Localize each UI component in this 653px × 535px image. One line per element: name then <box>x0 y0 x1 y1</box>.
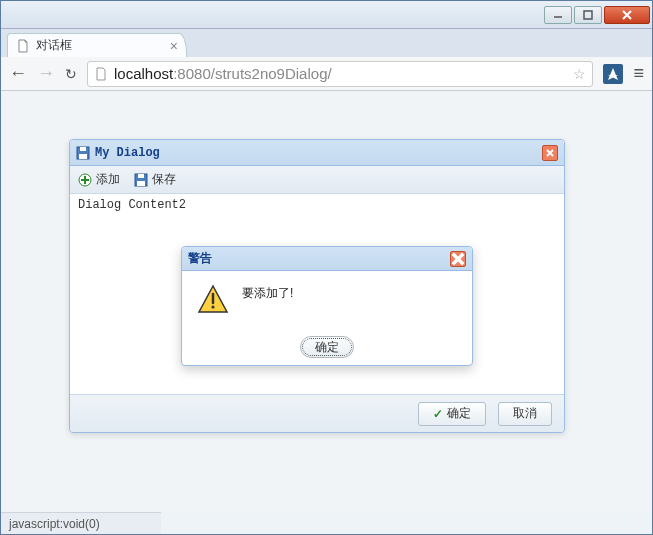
page-content: My Dialog 添加 保存 Dialog Content2 ✓ <box>1 91 652 512</box>
save-label: 保存 <box>152 171 176 188</box>
dialog-content-text: Dialog Content2 <box>78 198 186 212</box>
save-icon <box>76 146 90 160</box>
page-icon <box>94 67 108 81</box>
window-titlebar <box>1 1 652 29</box>
alert-dialog: 警告 要添加了! 确定 <box>181 246 473 366</box>
save-button[interactable]: 保存 <box>134 171 176 188</box>
address-bar[interactable]: localhost:8080/struts2no9Dialog/ ☆ <box>87 61 593 87</box>
extension-icon[interactable] <box>603 64 623 84</box>
browser-toolbar: ← → ↻ localhost:8080/struts2no9Dialog/ ☆… <box>1 57 652 91</box>
window-close-button[interactable] <box>604 6 650 24</box>
alert-ok-label: 确定 <box>315 340 339 354</box>
add-icon <box>78 173 92 187</box>
alert-close-button[interactable] <box>450 251 466 267</box>
forward-button[interactable]: → <box>37 63 55 84</box>
browser-tab[interactable]: 对话框 × <box>7 33 187 57</box>
svg-rect-0 <box>584 11 592 19</box>
page-icon <box>16 39 30 53</box>
save-icon <box>134 173 148 187</box>
dialog-toolbar: 添加 保存 <box>70 166 564 194</box>
status-bar: javascript:void(0) <box>1 512 161 534</box>
reload-button[interactable]: ↻ <box>65 66 77 82</box>
tab-strip: 对话框 × <box>1 29 652 57</box>
back-button[interactable]: ← <box>9 63 27 84</box>
svg-rect-3 <box>80 147 86 151</box>
dialog-header[interactable]: My Dialog <box>70 140 564 166</box>
dialog-title: My Dialog <box>95 146 160 160</box>
url-text: localhost:8080/struts2no9Dialog/ <box>114 65 332 82</box>
tab-title: 对话框 <box>36 37 72 54</box>
svg-point-8 <box>211 305 214 308</box>
bookmark-star-icon[interactable]: ☆ <box>573 66 586 82</box>
dialog-close-button[interactable] <box>542 145 558 161</box>
browser-window: 对话框 × ← → ↻ localhost:8080/struts2no9Dia… <box>0 0 653 535</box>
alert-title: 警告 <box>188 250 212 267</box>
alert-ok-button[interactable]: 确定 <box>300 336 354 358</box>
alert-header[interactable]: 警告 <box>182 247 472 271</box>
cancel-label: 取消 <box>513 405 537 422</box>
menu-button[interactable]: ≡ <box>633 63 644 84</box>
alert-footer: 确定 <box>182 329 472 365</box>
svg-rect-6 <box>137 181 145 186</box>
dialog-ok-button[interactable]: ✓ 确定 <box>418 402 486 426</box>
tab-close-icon[interactable]: × <box>170 38 178 54</box>
alert-body: 要添加了! <box>182 271 472 329</box>
minimize-button[interactable] <box>544 6 572 24</box>
ok-label: 确定 <box>447 405 471 422</box>
maximize-button[interactable] <box>574 6 602 24</box>
svg-rect-2 <box>79 154 87 159</box>
warning-icon <box>196 283 230 317</box>
check-icon: ✓ <box>433 407 443 421</box>
add-button[interactable]: 添加 <box>78 171 120 188</box>
alert-message: 要添加了! <box>242 283 293 302</box>
dialog-footer: ✓ 确定 取消 <box>70 394 564 432</box>
add-label: 添加 <box>96 171 120 188</box>
dialog-cancel-button[interactable]: 取消 <box>498 402 552 426</box>
status-text: javascript:void(0) <box>9 517 100 531</box>
svg-rect-7 <box>138 174 144 178</box>
